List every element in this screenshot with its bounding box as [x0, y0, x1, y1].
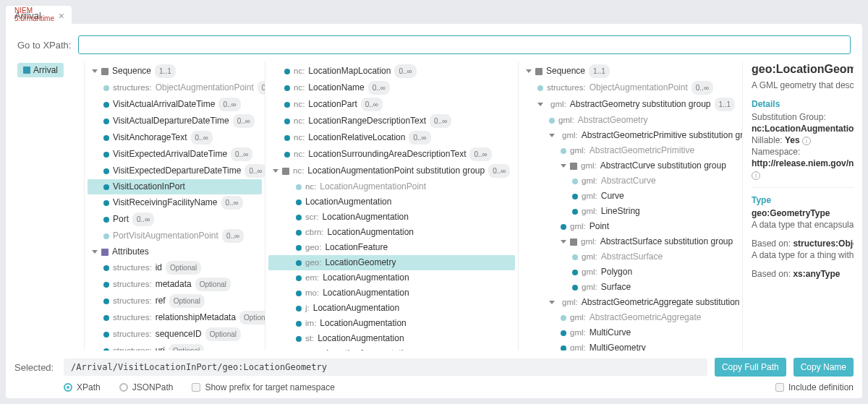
tree-item[interactable]: structures:metadataOptional	[88, 276, 262, 293]
caret-down-icon	[537, 103, 543, 106]
tree-item[interactable]: j:LocationAugmentation	[268, 301, 515, 316]
tree-item[interactable]: gml:Point	[522, 219, 739, 234]
check-include-definition[interactable]: Include definition	[775, 382, 854, 392]
caret-down-icon	[92, 250, 98, 254]
tree-item[interactable]: structures:idOptional	[88, 259, 262, 276]
tree-item[interactable]: VisitAnchorageText0..∞	[88, 129, 262, 146]
tree-item[interactable]: structures:relationshipMetadataOptional	[88, 309, 262, 326]
tree-item[interactable]: nc:LocationPart0..∞	[268, 96, 515, 113]
tree-item[interactable]: geo:LocationGeometry	[268, 255, 515, 270]
tree-item[interactable]: structures:refOptional	[88, 293, 262, 309]
info-icon[interactable]: i	[802, 137, 811, 145]
tree-item[interactable]: nc:LocationSurroundingAreaDescriptionTex…	[268, 146, 515, 163]
tree-item[interactable]: gml:AbstractGeometricAggregate	[522, 310, 739, 325]
dot-icon	[537, 85, 543, 91]
dot-icon	[296, 260, 302, 266]
dot-icon	[103, 102, 109, 108]
group-icon	[570, 163, 577, 170]
dot-icon	[103, 298, 109, 304]
dot-icon	[572, 179, 578, 184]
root-label: Arrival	[33, 65, 58, 75]
dot-icon	[284, 135, 290, 141]
tree-item[interactable]: gml:AbstractCurve substitution group	[522, 158, 739, 173]
tree-item[interactable]: cbrn:LocationAugmentation	[268, 225, 515, 240]
tree-item[interactable]: im:LocationAugmentation	[268, 316, 515, 331]
dot-icon	[296, 199, 302, 205]
sequence-header[interactable]: Sequence1..1	[522, 63, 739, 79]
tab-arrival[interactable]: Arrival NIEM 5.0/maritime ×	[6, 6, 72, 24]
dot-icon	[572, 194, 578, 199]
tree-item[interactable]: gml:AbstractGeometricPrimitive	[522, 143, 739, 158]
dot-icon	[572, 254, 578, 260]
subst-group-header[interactable]: nc:LocationAugmentationPoint substitutio…	[268, 163, 515, 179]
tree-item[interactable]: structures:uriOptional	[88, 343, 262, 351]
element-icon	[23, 66, 30, 74]
tree-item[interactable]: gml:Polygon	[522, 265, 739, 280]
sequence-icon	[101, 68, 109, 75]
tree-item[interactable]: gml:MultiCurve	[522, 325, 739, 340]
tree-item[interactable]: mo:LocationAugmentation	[268, 285, 515, 301]
tree-item[interactable]: gml:AbstractGeometry	[522, 113, 739, 128]
col-2: Sequence 1..1 structures:ObjectAugmentat…	[84, 61, 265, 351]
tree-item[interactable]: gml:AbstractSurface substitution group	[522, 234, 739, 249]
tree-item[interactable]: nc:LocationRangeDescriptionText0..∞	[268, 113, 515, 129]
tree-item[interactable]: nc:LocationMapLocation0..∞	[268, 63, 515, 79]
tree-item[interactable]: geo:LocationFeature	[268, 240, 515, 255]
tree-item[interactable]: scr:LocationAugmentation	[268, 210, 515, 225]
col-3: nc:LocationMapLocation0..∞nc:LocationNam…	[265, 61, 518, 351]
group-icon	[282, 168, 289, 175]
tree-item[interactable]: nc:LocationRelativeLocation0..∞	[268, 129, 515, 146]
tree-item[interactable]: structures:ObjectAugmentationPoint0..∞	[88, 79, 262, 96]
dot-icon	[572, 285, 578, 291]
tree-item[interactable]: VisitActualDepartureDateTime0..∞	[88, 113, 262, 129]
tree-item[interactable]: gml:AbstractGeometry substitution group1…	[522, 96, 739, 113]
type-heading: Type	[752, 195, 854, 205]
radio-xpath[interactable]: XPath	[64, 382, 101, 392]
tree-item[interactable]: gml:Curve	[522, 189, 739, 204]
dot-icon	[296, 184, 302, 190]
dot-icon	[103, 168, 109, 174]
selected-path: /Arrival/VisitLocationInPort/geo:Locatio…	[64, 358, 707, 376]
tree-item[interactable]: LocationAugmentation	[268, 194, 515, 210]
dot-icon	[103, 200, 109, 206]
dot-icon	[296, 275, 302, 281]
radio-jsonpath[interactable]: JSONPath	[119, 382, 174, 392]
tree-item[interactable]: gml:AbstractGeometricAggregate substitut…	[522, 295, 739, 310]
dot-icon	[572, 270, 578, 275]
tree-item[interactable]: nc:LocationAugmentationPoint	[268, 179, 515, 194]
tree-item[interactable]: st:LocationAugmentation	[268, 331, 515, 346]
dot-icon	[103, 233, 109, 239]
group-icon	[570, 238, 577, 246]
radio-icon	[64, 383, 72, 392]
dot-icon	[561, 330, 566, 336]
tree-item[interactable]: gml:AbstractSurface	[522, 249, 739, 265]
radio-icon	[119, 383, 128, 392]
root-element[interactable]: Arrival	[17, 63, 64, 77]
tree-item[interactable]: gml:AbstractCurve	[522, 173, 739, 189]
info-icon[interactable]: i	[752, 171, 760, 180]
attributes-header[interactable]: Attributes	[88, 244, 262, 259]
tree-item[interactable]: nc:LocationName0..∞	[268, 79, 515, 96]
sequence-header[interactable]: Sequence 1..1	[88, 63, 262, 79]
copy-name-button[interactable]: Copy Name	[793, 358, 854, 377]
tree-item[interactable]: gml:MultiGeometry	[522, 340, 739, 351]
tree-item[interactable]: gml:Surface	[522, 280, 739, 295]
tree-item[interactable]: Port0..∞	[88, 211, 262, 228]
copy-full-path-button[interactable]: Copy Full Path	[715, 358, 786, 377]
tree-item[interactable]: VisitExpectedArrivalDateTime0..∞	[88, 146, 262, 163]
tree-item[interactable]: VisitReceivingFacilityName0..∞	[88, 194, 262, 211]
tree-item[interactable]: structures:sequenceIDOptional	[88, 326, 262, 343]
tree-item[interactable]: gml:LineString	[522, 204, 739, 219]
tree-item[interactable]: VisitActualArrivalDateTime0..∞	[88, 96, 262, 113]
dot-icon	[296, 215, 302, 220]
dot-icon	[103, 315, 109, 321]
tree-item[interactable]: VisitLocationInPort	[88, 179, 262, 194]
tree-item[interactable]: gml:AbstractGeometricPrimitive substitut…	[522, 128, 739, 143]
tree-item[interactable]: VisitExpectedDepartureDateTime0..∞	[88, 163, 262, 179]
tree-item[interactable]: em:LocationAugmentation	[268, 270, 515, 285]
xpath-input[interactable]	[78, 35, 851, 54]
tree-item[interactable]: PortVisitAugmentationPoint0..∞	[88, 228, 262, 244]
check-show-prefix[interactable]: Show prefix for target namespace	[192, 382, 334, 392]
tree-item[interactable]: structures:ObjectAugmentationPoint0..∞	[522, 79, 739, 96]
details-panel: geo:LocationGeom A GML geometry that des…	[742, 61, 854, 351]
